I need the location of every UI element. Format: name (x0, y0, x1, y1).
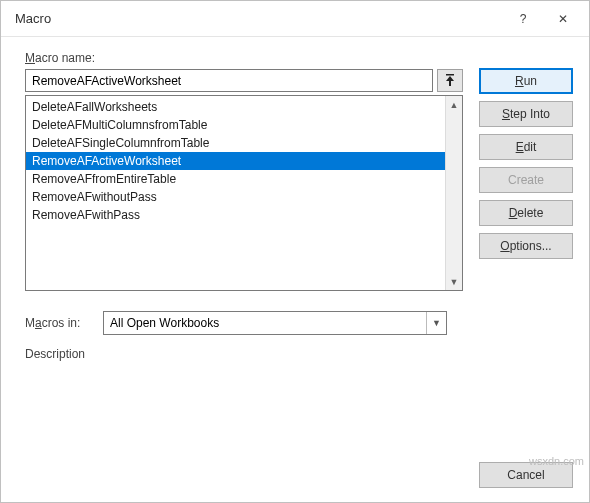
step-into-button[interactable]: Step Into (479, 101, 573, 127)
up-arrow-icon (444, 74, 456, 88)
dialog-title: Macro (15, 11, 503, 26)
macro-dialog: Macro ? ✕ Macro name: (0, 0, 590, 503)
macros-in-selected: All Open Workbooks (104, 316, 426, 330)
assign-button[interactable] (437, 69, 463, 92)
list-item[interactable]: RemoveAFwithoutPass (26, 188, 462, 206)
macro-listbox[interactable]: DeleteAFallWorksheetsDeleteAFMultiColumn… (25, 95, 463, 291)
list-item[interactable]: DeleteAFMultiColumnsfromTable (26, 116, 462, 134)
scrollbar[interactable]: ▲ ▼ (445, 96, 462, 290)
watermark: wsxdn.com (529, 455, 584, 467)
list-item[interactable]: RemoveAFwithPass (26, 206, 462, 224)
chevron-down-icon: ▼ (426, 312, 446, 334)
list-item[interactable]: RemoveAFfromEntireTable (26, 170, 462, 188)
list-item[interactable]: DeleteAFallWorksheets (26, 98, 462, 116)
delete-button[interactable]: Delete (479, 200, 573, 226)
create-button: Create (479, 167, 573, 193)
dialog-content: Macro name: DeleteAFallWorksheetsDeleteA… (1, 37, 589, 454)
list-item[interactable]: RemoveAFActiveWorksheet (26, 152, 462, 170)
help-icon: ? (520, 12, 527, 26)
macro-name-input[interactable] (25, 69, 433, 92)
options-button[interactable]: Options... (479, 233, 573, 259)
macros-in-label: Macros in: (25, 316, 93, 330)
close-icon: ✕ (558, 12, 568, 26)
titlebar: Macro ? ✕ (1, 1, 589, 37)
help-button[interactable]: ? (503, 5, 543, 33)
scroll-up-icon[interactable]: ▲ (446, 96, 462, 113)
scroll-down-icon[interactable]: ▼ (446, 273, 462, 290)
macros-in-combo[interactable]: All Open Workbooks ▼ (103, 311, 447, 335)
svg-rect-0 (446, 74, 454, 76)
description-label: Description (25, 347, 463, 361)
macro-name-label: Macro name: (25, 51, 463, 65)
close-button[interactable]: ✕ (543, 5, 583, 33)
run-button[interactable]: Run (479, 68, 573, 94)
list-item[interactable]: DeleteAFSingleColumnfromTable (26, 134, 462, 152)
edit-button[interactable]: Edit (479, 134, 573, 160)
dialog-footer: Cancel (1, 454, 589, 502)
